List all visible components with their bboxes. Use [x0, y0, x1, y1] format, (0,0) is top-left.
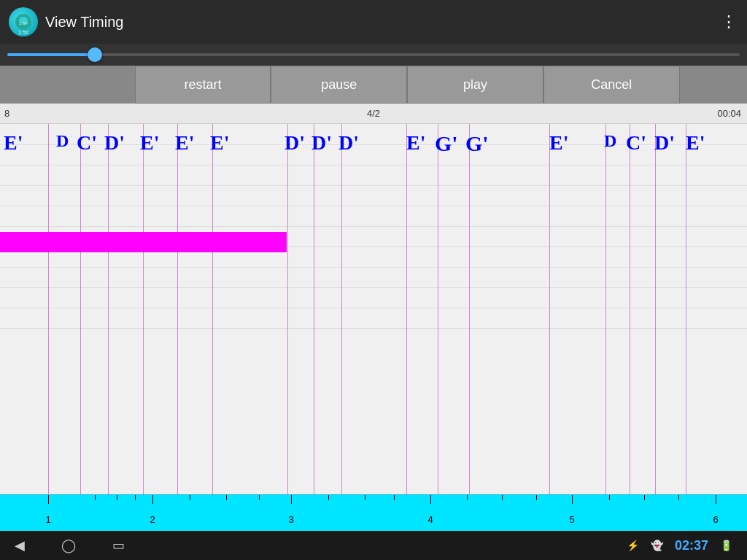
note-label: D	[56, 131, 69, 151]
ruler-small-tick	[502, 495, 503, 500]
vline	[630, 124, 630, 494]
hline	[0, 267, 747, 268]
ruler-small-tick	[609, 495, 610, 500]
ruler-label: 4	[427, 514, 433, 525]
ruler-tick	[152, 495, 153, 504]
note-label: D'	[338, 131, 359, 155]
hline	[0, 206, 747, 206]
home-icon[interactable]: ◯	[61, 537, 76, 553]
vline	[341, 124, 342, 494]
hline	[0, 185, 747, 186]
back-icon[interactable]: ◀	[15, 537, 25, 553]
timeline-left: 8	[4, 108, 9, 119]
note-label: D'	[104, 131, 125, 155]
slider-bar	[0, 44, 747, 66]
cancel-button[interactable]: Cancel	[543, 66, 680, 104]
usb-icon: ⚡	[627, 540, 639, 551]
timeline-mid: 4/2	[367, 108, 380, 119]
restart-button[interactable]: restart	[135, 66, 271, 104]
ruler: 1 2 3 4 5 6	[0, 494, 747, 531]
ruler-small-tick	[365, 495, 365, 500]
hline	[0, 226, 747, 227]
vline	[212, 124, 213, 494]
app-title: View Timing	[45, 14, 123, 31]
system-bar: ◀ ◯ ▭ ⚡ 👻 02:37 🔋	[0, 531, 747, 560]
ruler-tick	[716, 495, 716, 504]
vline	[605, 124, 606, 494]
hline	[0, 165, 747, 166]
note-label: E'	[175, 131, 194, 155]
ruler-small-tick	[394, 495, 395, 500]
slider-fill	[7, 53, 95, 56]
vline	[80, 124, 81, 494]
ruler-small-tick	[190, 495, 190, 500]
play-button[interactable]: play	[407, 66, 543, 104]
ruler-small-tick	[95, 495, 96, 500]
main-area: E' D C' D' E' E' E' D' D' D' E' G' G' E'…	[0, 124, 747, 494]
ruler-label: 2	[150, 514, 155, 525]
vline	[406, 124, 407, 494]
ruler-label: 6	[713, 514, 718, 525]
note-label: E'	[549, 131, 568, 155]
hline	[0, 328, 747, 329]
vline	[469, 124, 470, 494]
slider-track[interactable]	[7, 53, 740, 56]
grid	[0, 124, 747, 494]
vline	[143, 124, 144, 494]
toolbar: restart pause play Cancel	[0, 66, 747, 104]
vline	[314, 124, 314, 494]
ruler-small-tick	[226, 495, 227, 500]
vline	[287, 124, 288, 494]
note-label: C'	[77, 131, 97, 155]
nav-left: ◀ ◯ ▭	[15, 537, 125, 553]
vline	[108, 124, 109, 494]
clock: 02:37	[675, 538, 708, 553]
note-label: E'	[4, 131, 23, 155]
ruler-tick	[430, 495, 431, 504]
ghost-icon: 👻	[651, 540, 663, 551]
note-label: E'	[406, 131, 425, 155]
header: 1 5# View Timing ⋮	[0, 0, 747, 44]
ruler-label: 3	[288, 514, 293, 525]
timeline-right: 00:04	[717, 108, 741, 119]
note-label: E'	[210, 131, 229, 155]
ruler-small-tick	[135, 495, 136, 500]
note-label: G'	[435, 131, 458, 156]
ruler-tick	[572, 495, 573, 504]
ruler-small-tick	[117, 495, 117, 500]
ruler-small-tick	[536, 495, 537, 500]
ruler-small-tick	[678, 495, 679, 500]
header-left: 1 5# View Timing	[9, 7, 123, 36]
note-label: D	[604, 131, 616, 151]
ruler-tick	[291, 495, 292, 504]
battery-icon: 🔋	[720, 540, 732, 551]
note-label: C'	[626, 131, 646, 155]
nav-right: ⚡ 👻 02:37 🔋	[627, 538, 732, 553]
vline	[655, 124, 656, 494]
svg-text:1 5#: 1 5#	[19, 21, 28, 26]
vline	[177, 124, 178, 494]
ruler-label: 5	[569, 514, 574, 525]
note-label: G'	[465, 131, 489, 156]
hline	[0, 287, 747, 288]
pause-button[interactable]: pause	[271, 66, 407, 104]
ruler-tick	[48, 495, 49, 504]
note-label: D'	[311, 131, 332, 155]
note-label: D'	[654, 131, 675, 155]
note-label: D'	[285, 131, 305, 155]
ruler-small-tick	[644, 495, 645, 500]
menu-icon[interactable]: ⋮	[721, 12, 738, 31]
note-label: E'	[686, 131, 705, 155]
vline	[549, 124, 550, 494]
magenta-bar	[0, 232, 287, 252]
hline	[0, 308, 747, 308]
vline	[438, 124, 438, 494]
vline	[48, 124, 49, 494]
timeline-header: 8 4/2 00:04	[0, 104, 747, 124]
vline	[686, 124, 686, 494]
slider-thumb[interactable]	[88, 47, 102, 62]
recents-icon[interactable]: ▭	[112, 537, 125, 553]
note-label: E'	[140, 131, 159, 155]
app-icon: 1 5#	[9, 7, 38, 36]
ruler-label: 1	[45, 514, 50, 525]
